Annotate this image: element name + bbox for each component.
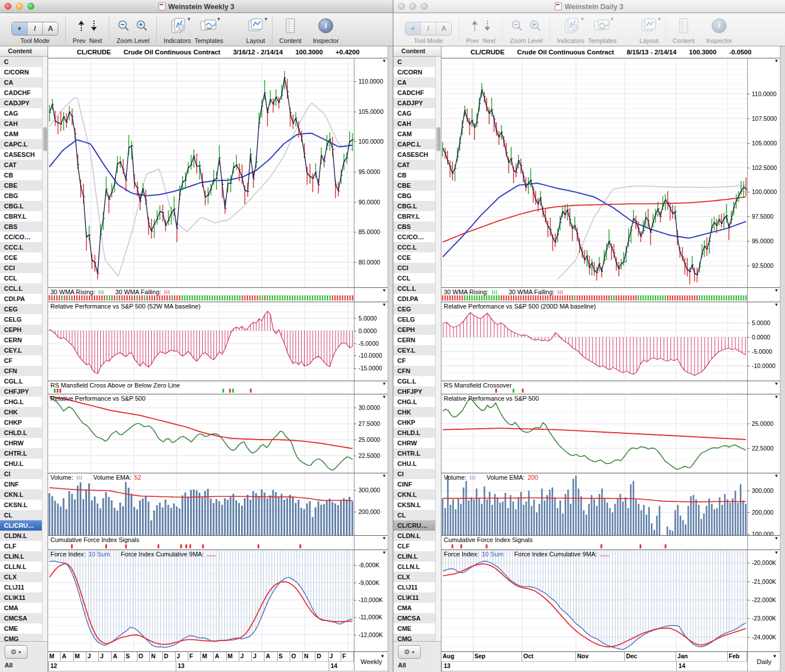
indicators-icon[interactable]: ▼ (563, 18, 581, 34)
list-item[interactable]: CHRW (393, 438, 441, 448)
list-item[interactable]: CHTR.L (393, 448, 441, 458)
list-item[interactable]: CBG (393, 191, 441, 201)
gear-button[interactable]: ⚙▼ (398, 645, 421, 659)
list-item[interactable]: CHKP (393, 417, 441, 428)
list-item[interactable]: CHLD.L (393, 428, 441, 438)
sidebar-scrollbar[interactable] (42, 57, 48, 641)
list-item[interactable]: CMG (0, 634, 48, 641)
list-item[interactable]: CHG.L (0, 397, 48, 407)
list-item[interactable]: CAG (0, 108, 48, 118)
panel-collapse-triangle[interactable]: ▼ (382, 303, 386, 307)
panel-collapse-triangle[interactable]: ▼ (774, 303, 779, 307)
templates-icon[interactable]: ▼ (200, 18, 217, 34)
list-item[interactable]: CDI.PA (393, 294, 441, 304)
gear-button[interactable]: ⚙▼ (5, 645, 27, 659)
list-item[interactable]: CHFJPY (393, 386, 441, 397)
list-item[interactable]: CFN (0, 366, 48, 376)
list-item[interactable]: CCE (393, 252, 441, 263)
crosshair-tool-button[interactable]: + (405, 22, 420, 35)
list-item[interactable]: CBS (393, 222, 441, 232)
zoom-in-icon[interactable] (529, 19, 542, 32)
list-item[interactable]: CL\K11 (393, 592, 441, 603)
panel-collapse-triangle[interactable]: ▼ (382, 382, 386, 386)
inspector-icon[interactable]: i (318, 18, 333, 33)
list-item[interactable]: CERN (0, 335, 48, 345)
list-item[interactable]: CINF (393, 479, 441, 489)
zoom-out-icon[interactable] (511, 19, 523, 32)
list-item[interactable]: CL\J11 (393, 582, 441, 592)
list-item[interactable]: CBG (0, 191, 48, 201)
list-item[interactable]: CEY.L (393, 345, 441, 355)
list-item[interactable]: CADCHF (0, 88, 48, 98)
list-item[interactable]: CGL.L (0, 376, 48, 386)
list-item[interactable]: CEG (393, 304, 441, 314)
period-selector[interactable]: Daily ▼ (747, 652, 780, 671)
prev-icon[interactable] (471, 20, 478, 31)
list-item[interactable]: CME (393, 623, 441, 634)
list-item[interactable]: CHK (393, 407, 441, 417)
list-item[interactable]: CCL.L (0, 283, 48, 294)
inspector-icon[interactable]: i (712, 18, 727, 33)
list-item[interactable]: CAH (393, 118, 441, 129)
list-item[interactable]: CELG (393, 314, 441, 325)
list-item[interactable]: CA (393, 77, 441, 88)
list-item[interactable]: CBRY.L (393, 211, 441, 222)
list-item[interactable]: CF (0, 355, 48, 366)
list-item[interactable]: CELG (0, 314, 48, 325)
sidebar-scrollbar[interactable] (435, 57, 441, 641)
list-item[interactable]: CI (393, 469, 441, 479)
list-item[interactable]: CMCSA (393, 613, 441, 623)
list-item[interactable]: CB (0, 170, 48, 180)
list-item[interactable]: CEG (0, 304, 48, 314)
sidebar-header[interactable]: Content (0, 46, 48, 57)
list-item[interactable]: CDI.PA (0, 294, 48, 304)
panel-collapse-triangle[interactable]: ▼ (382, 59, 386, 64)
list-item[interactable]: CLDN.L (0, 531, 48, 541)
list-item[interactable]: CC/CO… (393, 232, 441, 242)
list-item[interactable]: CGL.L (393, 376, 441, 386)
list-item[interactable]: CASESCH (0, 149, 48, 160)
list-item[interactable]: C (393, 57, 441, 67)
list-item[interactable]: CADJPY (393, 98, 441, 108)
list-item[interactable]: CHLD.L (0, 428, 48, 438)
list-item[interactable]: CME (0, 623, 48, 634)
list-item[interactable]: CHU.L (0, 458, 48, 469)
list-item[interactable]: CL/CRU… (393, 520, 441, 531)
zoom-out-icon[interactable] (117, 19, 130, 32)
list-item[interactable]: CHU.L (393, 458, 441, 469)
list-item[interactable]: CC/CO… (0, 232, 48, 242)
list-item[interactable]: CLIN.L (393, 551, 441, 562)
list-item[interactable]: CBRY.L (0, 211, 48, 222)
zoom-in-icon[interactable] (136, 19, 148, 32)
list-item[interactable]: CKSN.L (0, 500, 48, 510)
list-item[interactable]: CKSN.L (393, 500, 441, 510)
content-icon[interactable] (677, 18, 690, 33)
templates-icon[interactable]: ▼ (593, 18, 610, 34)
list-item[interactable]: CCC.L (393, 242, 441, 252)
list-item[interactable]: CKN.L (0, 489, 48, 500)
panel-collapse-triangle[interactable]: ▼ (774, 536, 779, 541)
panel-collapse-triangle[interactable]: ▼ (382, 536, 386, 541)
list-item[interactable]: CADJPY (0, 98, 48, 108)
panel-collapse-triangle[interactable]: ▼ (382, 551, 386, 555)
panel-collapse-triangle[interactable]: ▼ (774, 395, 779, 400)
list-item[interactable]: CAM (0, 129, 48, 139)
indicators-icon[interactable]: ▼ (170, 18, 187, 34)
list-item[interactable]: CHFJPY (0, 386, 48, 397)
list-item[interactable]: CLF (393, 541, 441, 551)
text-tool-button[interactable]: A (42, 22, 58, 35)
list-item[interactable]: CB (393, 170, 441, 180)
list-item[interactable]: CL (0, 510, 48, 520)
panel-collapse-triangle[interactable]: ▼ (774, 288, 779, 293)
list-item[interactable]: CLIN.L (0, 551, 48, 562)
list-item[interactable]: CAPC.L (0, 139, 48, 149)
list-item[interactable]: CBG.L (393, 201, 441, 211)
list-item[interactable]: CL\K11 (0, 592, 48, 603)
list-item[interactable]: CHTR.L (0, 448, 48, 458)
list-item[interactable]: CERN (393, 335, 441, 345)
list-item[interactable]: CLF (0, 541, 48, 551)
list-item[interactable]: CBS (0, 222, 48, 232)
panel-collapse-triangle[interactable]: ▼ (774, 59, 779, 64)
panel-collapse-triangle[interactable]: ▼ (382, 395, 386, 400)
list-item[interactable]: CKN.L (393, 489, 441, 500)
